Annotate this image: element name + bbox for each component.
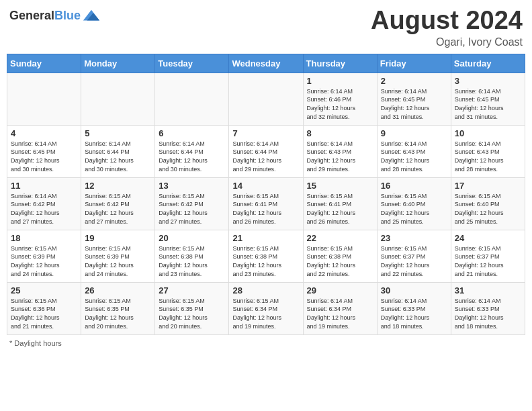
day-info: Sunrise: 6:14 AM Sunset: 6:44 PM Dayligh… (159, 140, 225, 173)
calendar-day-cell: 27Sunrise: 6:15 AM Sunset: 6:35 PM Dayli… (155, 282, 229, 334)
calendar-week-row: 25Sunrise: 6:15 AM Sunset: 6:36 PM Dayli… (7, 282, 525, 334)
day-number: 17 (455, 181, 521, 191)
day-info: Sunrise: 6:14 AM Sunset: 6:33 PM Dayligh… (381, 297, 447, 330)
calendar-day-cell: 29Sunrise: 6:14 AM Sunset: 6:34 PM Dayli… (303, 282, 377, 334)
calendar-day-cell: 9Sunrise: 6:14 AM Sunset: 6:43 PM Daylig… (377, 125, 451, 177)
day-number: 14 (232, 181, 299, 191)
col-header-friday: Friday (377, 54, 451, 73)
calendar-day-cell: 1Sunrise: 6:14 AM Sunset: 6:46 PM Daylig… (303, 73, 377, 125)
day-number: 19 (85, 233, 151, 243)
month-title: August 2024 (371, 7, 523, 35)
day-number: 21 (232, 233, 299, 243)
calendar-day-cell: 21Sunrise: 6:15 AM Sunset: 6:38 PM Dayli… (229, 230, 303, 282)
calendar-table: SundayMondayTuesdayWednesdayThursdayFrid… (7, 54, 525, 335)
calendar-day-cell: 22Sunrise: 6:15 AM Sunset: 6:38 PM Dayli… (303, 230, 377, 282)
calendar-week-row: 4Sunrise: 6:14 AM Sunset: 6:45 PM Daylig… (7, 125, 525, 177)
day-number: 18 (11, 233, 77, 243)
day-number: 15 (307, 181, 373, 191)
day-info: Sunrise: 6:15 AM Sunset: 6:38 PM Dayligh… (232, 244, 299, 278)
day-number: 4 (11, 128, 77, 138)
day-number: 30 (381, 285, 447, 295)
col-header-sunday: Sunday (7, 54, 81, 73)
day-info: Sunrise: 6:14 AM Sunset: 6:42 PM Dayligh… (11, 192, 77, 226)
day-info: Sunrise: 6:15 AM Sunset: 6:36 PM Dayligh… (11, 297, 77, 330)
logo-icon (82, 7, 101, 26)
calendar-day-cell (81, 73, 155, 125)
day-number: 3 (455, 76, 521, 86)
day-info: Sunrise: 6:15 AM Sunset: 6:42 PM Dayligh… (159, 192, 225, 226)
calendar-day-cell: 7Sunrise: 6:14 AM Sunset: 6:44 PM Daylig… (229, 125, 303, 177)
calendar-day-cell: 31Sunrise: 6:14 AM Sunset: 6:33 PM Dayli… (451, 282, 525, 334)
day-number: 5 (85, 128, 151, 138)
day-info: Sunrise: 6:15 AM Sunset: 6:40 PM Dayligh… (381, 192, 447, 226)
day-number: 12 (85, 181, 151, 191)
calendar-day-cell: 15Sunrise: 6:15 AM Sunset: 6:41 PM Dayli… (303, 177, 377, 230)
day-number: 13 (159, 181, 225, 191)
footer-note: * Daylight hours (7, 339, 525, 347)
day-number: 1 (307, 76, 373, 86)
calendar-day-cell: 8Sunrise: 6:14 AM Sunset: 6:43 PM Daylig… (303, 125, 377, 177)
day-number: 22 (307, 233, 373, 243)
day-info: Sunrise: 6:15 AM Sunset: 6:38 PM Dayligh… (159, 244, 225, 278)
day-number: 23 (381, 233, 447, 243)
calendar-day-cell: 17Sunrise: 6:15 AM Sunset: 6:40 PM Dayli… (451, 177, 525, 230)
day-info: Sunrise: 6:15 AM Sunset: 6:35 PM Dayligh… (159, 297, 225, 330)
calendar-day-cell (7, 73, 81, 125)
calendar-day-cell: 11Sunrise: 6:14 AM Sunset: 6:42 PM Dayli… (7, 177, 81, 230)
day-info: Sunrise: 6:14 AM Sunset: 6:45 PM Dayligh… (455, 87, 521, 121)
col-header-saturday: Saturday (451, 54, 525, 73)
day-number: 25 (11, 285, 77, 295)
day-info: Sunrise: 6:15 AM Sunset: 6:39 PM Dayligh… (85, 244, 151, 278)
day-info: Sunrise: 6:14 AM Sunset: 6:45 PM Dayligh… (11, 140, 77, 173)
day-info: Sunrise: 6:15 AM Sunset: 6:42 PM Dayligh… (85, 192, 151, 226)
day-info: Sunrise: 6:14 AM Sunset: 6:46 PM Dayligh… (307, 87, 373, 121)
col-header-thursday: Thursday (303, 54, 377, 73)
day-number: 27 (159, 285, 225, 295)
calendar-header-row: SundayMondayTuesdayWednesdayThursdayFrid… (7, 54, 525, 73)
day-info: Sunrise: 6:14 AM Sunset: 6:43 PM Dayligh… (381, 140, 447, 173)
calendar-week-row: 1Sunrise: 6:14 AM Sunset: 6:46 PM Daylig… (7, 73, 525, 125)
day-number: 9 (381, 128, 447, 138)
day-number: 31 (455, 285, 521, 295)
day-number: 11 (11, 181, 77, 191)
day-number: 28 (232, 285, 299, 295)
calendar-day-cell: 5Sunrise: 6:14 AM Sunset: 6:44 PM Daylig… (81, 125, 155, 177)
location: Ogari, Ivory Coast (371, 36, 523, 48)
day-number: 8 (307, 128, 373, 138)
day-number: 2 (381, 76, 447, 86)
day-number: 10 (455, 128, 521, 138)
day-info: Sunrise: 6:15 AM Sunset: 6:41 PM Dayligh… (232, 192, 299, 226)
day-info: Sunrise: 6:14 AM Sunset: 6:43 PM Dayligh… (307, 140, 373, 173)
day-number: 16 (381, 181, 447, 191)
calendar-day-cell (229, 73, 303, 125)
day-info: Sunrise: 6:15 AM Sunset: 6:40 PM Dayligh… (455, 192, 521, 226)
day-info: Sunrise: 6:14 AM Sunset: 6:34 PM Dayligh… (307, 297, 373, 330)
calendar-day-cell: 25Sunrise: 6:15 AM Sunset: 6:36 PM Dayli… (7, 282, 81, 334)
col-header-wednesday: Wednesday (229, 54, 303, 73)
calendar-day-cell: 6Sunrise: 6:14 AM Sunset: 6:44 PM Daylig… (155, 125, 229, 177)
calendar-day-cell: 10Sunrise: 6:14 AM Sunset: 6:43 PM Dayli… (451, 125, 525, 177)
day-number: 29 (307, 285, 373, 295)
day-number: 6 (159, 128, 225, 138)
title-block: August 2024 Ogari, Ivory Coast (371, 7, 523, 48)
day-info: Sunrise: 6:14 AM Sunset: 6:43 PM Dayligh… (455, 140, 521, 173)
calendar-day-cell: 3Sunrise: 6:14 AM Sunset: 6:45 PM Daylig… (451, 73, 525, 125)
calendar-day-cell: 30Sunrise: 6:14 AM Sunset: 6:33 PM Dayli… (377, 282, 451, 334)
footer-note-text: Daylight hours (14, 339, 61, 347)
calendar-week-row: 18Sunrise: 6:15 AM Sunset: 6:39 PM Dayli… (7, 230, 525, 282)
day-number: 26 (85, 285, 151, 295)
calendar-day-cell: 13Sunrise: 6:15 AM Sunset: 6:42 PM Dayli… (155, 177, 229, 230)
calendar-day-cell: 16Sunrise: 6:15 AM Sunset: 6:40 PM Dayli… (377, 177, 451, 230)
day-info: Sunrise: 6:14 AM Sunset: 6:45 PM Dayligh… (381, 87, 447, 121)
day-number: 20 (159, 233, 225, 243)
day-info: Sunrise: 6:15 AM Sunset: 6:38 PM Dayligh… (307, 244, 373, 278)
logo-text: GeneralBlue (9, 9, 81, 23)
calendar-day-cell: 2Sunrise: 6:14 AM Sunset: 6:45 PM Daylig… (377, 73, 451, 125)
calendar-day-cell: 26Sunrise: 6:15 AM Sunset: 6:35 PM Dayli… (81, 282, 155, 334)
calendar-day-cell: 12Sunrise: 6:15 AM Sunset: 6:42 PM Dayli… (81, 177, 155, 230)
day-info: Sunrise: 6:15 AM Sunset: 6:35 PM Dayligh… (85, 297, 151, 330)
col-header-tuesday: Tuesday (155, 54, 229, 73)
day-info: Sunrise: 6:14 AM Sunset: 6:33 PM Dayligh… (455, 297, 521, 330)
logo: GeneralBlue (9, 7, 101, 26)
day-info: Sunrise: 6:14 AM Sunset: 6:44 PM Dayligh… (232, 140, 299, 173)
